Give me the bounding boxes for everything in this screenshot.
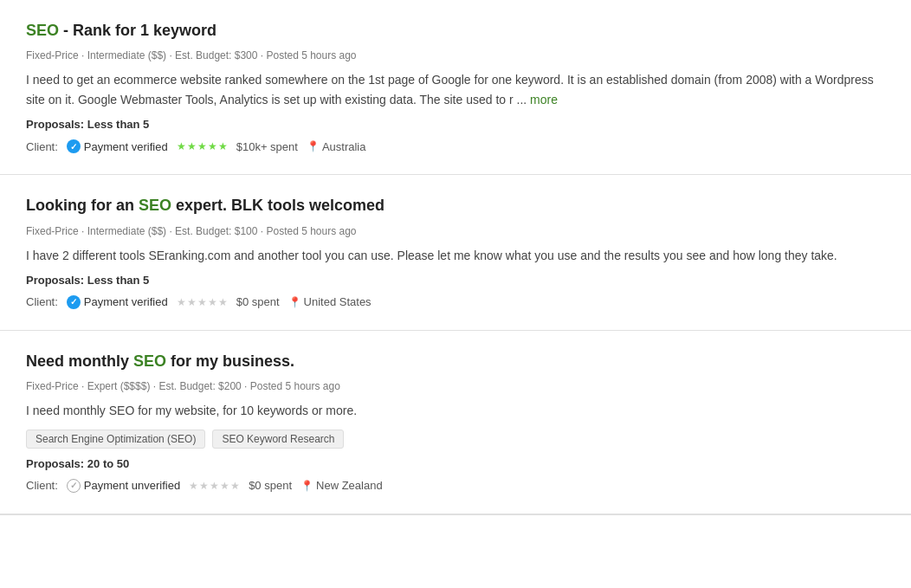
bottom-separator bbox=[0, 514, 911, 515]
location-3: 📍 New Zealand bbox=[300, 479, 383, 492]
job-title-2[interactable]: Looking for an SEO expert. BLK tools wel… bbox=[26, 196, 885, 216]
proposals-value-1: Less than 5 bbox=[87, 118, 150, 131]
proposals-2: Proposals: Less than 5 bbox=[26, 274, 885, 287]
location-pin-icon-3: 📍 bbox=[300, 480, 313, 492]
proposals-value-3: 20 to 50 bbox=[87, 457, 129, 470]
job-title-1[interactable]: SEO - Rank for 1 keyword bbox=[26, 21, 885, 41]
star-3-1: ★ bbox=[189, 480, 198, 492]
location-pin-icon-1: 📍 bbox=[307, 140, 320, 152]
stars-2: ★ ★ ★ ★ ★ bbox=[177, 296, 228, 308]
job-listing-1: SEO - Rank for 1 keyword Fixed-Price · I… bbox=[0, 0, 911, 175]
job-title-3[interactable]: Need monthly SEO for my business. bbox=[26, 352, 885, 372]
job-meta-2: Fixed-Price · Intermediate ($$) · Est. B… bbox=[26, 225, 885, 237]
title-prefix-3: Need monthly bbox=[26, 352, 133, 370]
title-prefix-2: Looking for an bbox=[26, 197, 139, 214]
star-1-1: ★ bbox=[177, 140, 186, 152]
proposals-label-3: Proposals: bbox=[26, 457, 84, 470]
payment-text-3: Payment unverified bbox=[84, 479, 180, 492]
job-listings-container: SEO - Rank for 1 keyword Fixed-Price · I… bbox=[0, 0, 911, 515]
tag-seo-keyword-research[interactable]: SEO Keyword Research bbox=[212, 430, 344, 449]
star-2-4: ★ bbox=[208, 296, 217, 308]
star-1-5: ★ bbox=[218, 140, 228, 152]
title-rest-3: for my business. bbox=[166, 352, 294, 370]
title-rest-1: - Rank for 1 keyword bbox=[59, 22, 216, 39]
star-2-3: ★ bbox=[197, 296, 207, 308]
tag-seo-1[interactable]: Search Engine Optimization (SEO) bbox=[26, 430, 205, 449]
star-1-2: ★ bbox=[187, 140, 197, 152]
job-description-2: I have 2 different tools SEranking.com a… bbox=[26, 246, 885, 265]
job-meta-1: Fixed-Price · Intermediate ($$) · Est. B… bbox=[26, 49, 885, 61]
client-label-3: Client: bbox=[26, 479, 58, 492]
description-seo-green-3: SEO bbox=[109, 404, 135, 417]
stars-3: ★ ★ ★ ★ ★ bbox=[189, 480, 240, 492]
star-3-4: ★ bbox=[220, 480, 229, 492]
description-text-1: I need to get an ecommerce website ranke… bbox=[26, 73, 874, 106]
job-listing-2: Looking for an SEO expert. BLK tools wel… bbox=[0, 175, 911, 331]
star-2-1: ★ bbox=[177, 296, 186, 308]
star-1-3: ★ bbox=[197, 140, 207, 152]
payment-text-2: Payment verified bbox=[84, 295, 168, 308]
payment-verified-1: ✓ Payment verified bbox=[67, 139, 168, 153]
proposals-label-1: Proposals: bbox=[26, 118, 84, 131]
location-pin-icon-2: 📍 bbox=[288, 296, 301, 308]
verified-icon-2: ✓ bbox=[67, 295, 81, 309]
client-info-3: Client: ✓ Payment unverified ★ ★ ★ ★ ★ $… bbox=[26, 479, 885, 493]
title-rest-2: expert. BLK tools welcomed bbox=[171, 197, 384, 214]
star-3-3: ★ bbox=[210, 480, 219, 492]
stars-1: ★ ★ ★ ★ ★ bbox=[177, 140, 228, 152]
star-2-5: ★ bbox=[218, 296, 228, 308]
payment-text-1: Payment verified bbox=[84, 140, 168, 153]
job-description-1: I need to get an ecommerce website ranke… bbox=[26, 70, 885, 109]
location-text-1: Australia bbox=[322, 140, 366, 153]
title-seo-keyword-1: SEO bbox=[26, 22, 59, 39]
payment-verified-2: ✓ Payment verified bbox=[67, 295, 168, 309]
title-seo-keyword-2: SEO bbox=[139, 197, 171, 214]
client-label-2: Client: bbox=[26, 295, 58, 308]
star-1-4: ★ bbox=[208, 140, 217, 152]
description-text-3: I need monthly SEO for my website, for 1… bbox=[26, 404, 357, 417]
proposals-1: Proposals: Less than 5 bbox=[26, 118, 885, 131]
client-info-1: Client: ✓ Payment verified ★ ★ ★ ★ ★ $10… bbox=[26, 139, 885, 153]
payment-unverified-3: ✓ Payment unverified bbox=[67, 479, 180, 493]
more-link-1[interactable]: more bbox=[530, 93, 558, 107]
star-2-2: ★ bbox=[187, 296, 197, 308]
star-3-5: ★ bbox=[230, 480, 240, 492]
location-text-2: United States bbox=[304, 295, 372, 308]
job-description-3: I need monthly SEO for my website, for 1… bbox=[26, 401, 885, 420]
unverified-icon-3: ✓ bbox=[67, 479, 81, 493]
client-label-1: Client: bbox=[26, 140, 58, 153]
verified-icon-1: ✓ bbox=[67, 139, 81, 153]
spent-2: $0 spent bbox=[236, 295, 280, 308]
title-seo-keyword-3: SEO bbox=[133, 352, 166, 370]
client-info-2: Client: ✓ Payment verified ★ ★ ★ ★ ★ $0 … bbox=[26, 295, 885, 309]
job-meta-3: Fixed-Price · Expert ($$$$) · Est. Budge… bbox=[26, 380, 885, 392]
proposals-value-2: Less than 5 bbox=[87, 274, 150, 287]
spent-1: $10k+ spent bbox=[236, 140, 298, 153]
location-1: 📍 Australia bbox=[307, 140, 366, 153]
location-text-3: New Zealand bbox=[316, 479, 383, 492]
job-listing-3: Need monthly SEO for my business. Fixed-… bbox=[0, 331, 911, 514]
location-2: 📍 United States bbox=[288, 295, 372, 308]
description-text-2: I have 2 different tools SEranking.com a… bbox=[26, 249, 837, 262]
tags-3: Search Engine Optimization (SEO) SEO Key… bbox=[26, 430, 885, 449]
spent-3: $0 spent bbox=[249, 479, 292, 492]
star-3-2: ★ bbox=[199, 480, 209, 492]
proposals-label-2: Proposals: bbox=[26, 274, 84, 287]
proposals-3: Proposals: 20 to 50 bbox=[26, 457, 885, 470]
